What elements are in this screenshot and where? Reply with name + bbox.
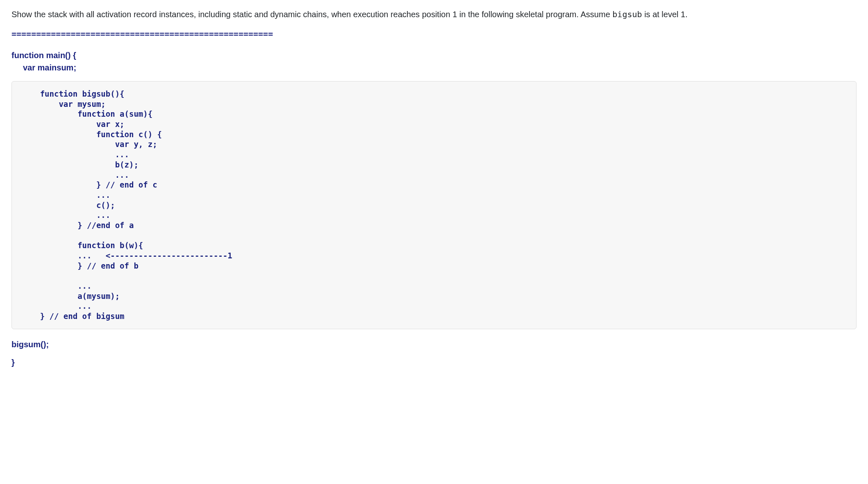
code-block: function bigsub(){ var mysum; function a…: [11, 81, 857, 329]
question-mono: bigsub: [612, 9, 642, 19]
question-part1: Show the stack with all activation recor…: [11, 10, 612, 19]
question-part2: is at level 1.: [642, 10, 688, 19]
divider-line: ========================================…: [11, 28, 857, 40]
closing-brace: }: [11, 356, 857, 369]
bigsum-call: bigsum();: [11, 338, 857, 351]
main-function-header: function main() {: [11, 49, 857, 61]
question-text: Show the stack with all activation recor…: [11, 8, 857, 20]
main-var-declaration: var mainsum;: [23, 61, 857, 74]
